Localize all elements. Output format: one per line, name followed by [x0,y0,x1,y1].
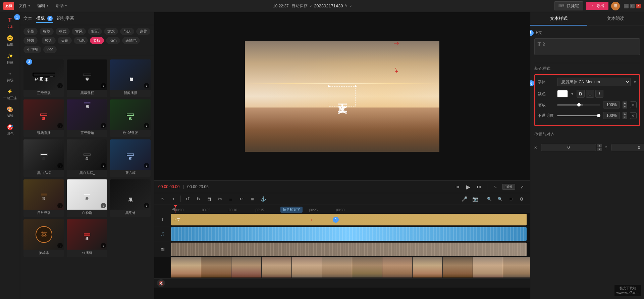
template-hongboji[interactable]: 红播 ↓ 红播机 [67,219,107,257]
aspect-ratio-button[interactable]: 16:9 [502,184,515,190]
template-heibai[interactable]: 黑白 ↓ 黑白方框 [23,139,64,177]
template-xianchang[interactable]: 现场直播 ↓ 现场直播 [23,99,64,137]
cat-youxi[interactable]: 游戏 [104,28,118,35]
fit-button[interactable]: ⊟ [506,195,515,203]
play-button[interactable]: ▶ [464,183,472,191]
close-button[interactable]: × [636,4,641,8]
expand-button[interactable]: ⤢ [518,183,526,191]
fullscreen-icon[interactable]: ⤡ [491,183,499,191]
x-up-btn[interactable]: ▲ [597,144,602,147]
template-heimo[interactable]: 字幕 ↓ 黑幕竖栏 [67,59,107,97]
sidebar-item-filter[interactable]: 🎨 滤镜 [1,104,19,120]
sidebar-item-triple[interactable]: ⚡ 一键三连 [1,86,19,102]
template-heimao[interactable]: 黑毛 ↓ 黑毛笔 [110,179,151,217]
opacity-reset-btn[interactable]: ↺ [630,112,637,119]
sidebar-item-colorgrade[interactable]: 🎯 调色 [1,122,19,138]
opacity-slider[interactable] [557,115,600,116]
select-tool[interactable]: ↖ [158,195,167,203]
menu-edit[interactable]: 编辑 ▼ [35,2,52,10]
skip-forward-button[interactable]: ⏭ [475,183,483,191]
scale-down-btn[interactable]: ▼ [623,105,627,109]
scale-up-btn[interactable]: ▲ [623,101,627,105]
font-select[interactable]: 思源黑体 CN Medium 思源宋体 微软雅黑 [557,78,631,86]
cat-qi[interactable]: 诡异 [136,28,150,35]
template-xinwen[interactable]: 新闻播报 ↓ 新闻播报 [110,59,151,97]
sidebar-item-transition[interactable]: ↔ 转场 [1,68,19,85]
cat-biaoji[interactable]: 表情包 [122,37,140,44]
template-yingxiongfei[interactable]: 英 ↓ 英雄非 [23,219,64,257]
cat-qipao[interactable]: 气泡 [74,37,88,44]
track-clip-audio[interactable] [171,227,527,241]
cat-shengban[interactable]: 竖版 [90,37,104,44]
color-swatch[interactable] [557,90,568,97]
cat-biaoqian2[interactable]: 标记 [88,28,102,35]
x-input[interactable] [541,144,596,151]
template-lanfang[interactable]: 蓝框 ↓ 蓝方框 [110,139,151,177]
y-input[interactable] [611,144,644,151]
preview-text-box[interactable]: 正文 [329,86,356,106]
scale-reset-btn[interactable]: ↺ [630,101,637,108]
cat-meishi[interactable]: 美食 [58,37,72,44]
x-down-btn[interactable]: ▼ [597,148,602,151]
opacity-up-btn[interactable]: ▲ [623,112,627,116]
cat-texiao[interactable]: 特效 [23,37,38,44]
template-oushi[interactable]: 欧式 ↓ 欧式6竖版 [110,99,151,137]
text-content-input[interactable] [534,38,640,55]
mute-button[interactable]: 🔇 [157,279,165,287]
template-zhengji[interactable]: 一本正经 ↓ 正经竖版 [23,59,64,97]
user-avatar[interactable]: 用 [611,2,620,10]
template-heibai2[interactable]: 黑白 ↓ 黑白方框_ [67,139,107,177]
cat-kuangshi[interactable]: 框式 [56,28,70,35]
bold-button[interactable]: B [577,90,585,98]
cat-biaoqian[interactable]: 标签 [40,28,54,35]
cat-jieqing[interactable]: 节庆 [120,28,134,35]
tab-tts[interactable]: 文本朗读 [587,12,644,26]
rotate-handle[interactable] [340,108,344,113]
template-baifenbi[interactable]: 白粉 ↓ 白粉刷 [67,179,107,217]
opacity-down-btn[interactable]: ▼ [623,116,627,119]
italic-button[interactable]: I [595,90,603,98]
menu-help[interactable]: 帮助 ▼ [53,2,70,10]
cat-xiaoyuan[interactable]: 校园 [42,37,56,44]
scale-slider[interactable] [557,104,600,105]
anchor-button[interactable]: ⚓ [259,195,267,203]
cat-zimu[interactable]: 字幕 [23,28,38,35]
template-zhengjiyingxiao[interactable]: 正经营销 ↓ 正经营销 [67,99,107,137]
zoom-in-button[interactable]: 🔍 [496,195,504,203]
cat-dongzuo[interactable]: 动态 [106,37,120,44]
select-arrow-dropdown[interactable]: ▼ [169,195,178,203]
track-clip-text[interactable]: 正文 [171,214,527,225]
sidebar-item-sticker[interactable]: 😊 贴纸 [1,33,19,49]
font-dropdown-icon[interactable]: ▼ [633,80,637,84]
settings-button[interactable]: ⚙ [517,195,526,203]
crop-button[interactable]: ⊞ [248,195,257,203]
cat-gufeng[interactable]: 古风 [72,28,86,35]
edit-icon[interactable]: ✎ [344,4,347,8]
tab-subtitle[interactable]: 识别字幕 [57,14,74,23]
menu-file[interactable]: 文件 ▼ [16,2,33,10]
undo-button[interactable]: ↺ [183,195,192,203]
camera-button[interactable]: 📷 [471,195,479,203]
rotate-left-button[interactable]: ↩ [237,195,246,203]
cut-button[interactable]: ✂ [216,195,224,203]
tab-text[interactable]: 文本 [23,14,32,23]
color-dropdown-icon[interactable]: ▼ [571,92,574,96]
tab-text-style[interactable]: 文本样式 [530,12,587,26]
redo-button[interactable]: ↻ [194,195,203,203]
track-clip-video[interactable] [171,243,527,256]
split-button[interactable]: ⚌ [226,195,235,203]
sidebar-item-effect[interactable]: ✨ 特效 [1,50,19,67]
skip-back-button[interactable]: ⏮ [453,183,462,191]
delete-button[interactable]: 🗑 [205,195,214,203]
template-richang[interactable]: 日常 ↓ 日常竖版 [23,179,64,217]
zoom-out-button[interactable]: 🔍 [485,195,494,203]
maximize-button[interactable]: □ [630,4,635,8]
shortcut-button[interactable]: ⌨ 快捷键 [554,1,583,10]
minimize-button[interactable]: — [624,4,629,8]
tab-template[interactable]: 模板 2 [36,14,53,23]
cat-xiaodianshi[interactable]: 小电视 [23,46,41,53]
mic-button[interactable]: 🎤 [460,195,469,203]
export-button[interactable]: → 导出 [586,2,608,10]
cat-vlog[interactable]: vlog [43,46,57,53]
underline-button[interactable]: U [586,90,594,98]
